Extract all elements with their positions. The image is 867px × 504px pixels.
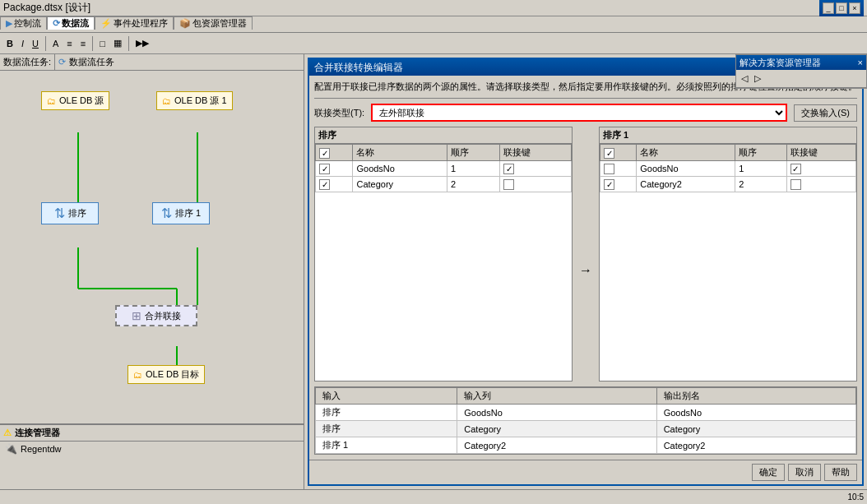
task-section-label: 数据流任务: [0,54,54,70]
input-row3[interactable]: 排序 1 Category2 Category2 [316,437,856,454]
join-type-row: 联接类型(T): 左外部联接 交换输入(S) [314,104,857,122]
sort2-r2-key-cb[interactable] [790,179,801,190]
input-r2-col: Category [457,421,656,437]
align-left-btn[interactable]: ≡ [63,37,75,50]
tab-data-flow[interactable]: ⟳ 数据流 [47,16,95,30]
sort1-header-cb[interactable] [319,148,330,159]
input-r3-input: 排序 1 [316,437,457,454]
minimize-btn[interactable]: _ [823,2,834,14]
sort2-header-cb[interactable] [604,148,614,159]
italic-btn[interactable]: I [18,37,27,50]
dialog-content: 配置用于联接已排序数据的两个源的属性。请选择联接类型，然后指定要用作联接键的列。… [309,76,862,460]
tab-event-handler[interactable]: ⚡ 事件处理程序 [95,16,174,30]
tab-control-flow[interactable]: ▶ 控制流 [0,16,47,30]
input-col-col: 输入列 [457,388,656,405]
node-source1[interactable]: 🗂 OLE DB 源 [41,91,109,110]
sort1-r2-key-cb[interactable] [503,179,514,190]
align-center-btn[interactable]: ≡ [77,37,89,50]
maximize-btn[interactable]: □ [836,2,847,14]
sort1-col-key: 联接键 [500,145,572,161]
task-name-header: ⟳ 数据流任务 [54,54,304,70]
main-titlebar: Package.dtsx [设计] _ □ × [0,0,867,16]
node-sort1[interactable]: ⇅ 排序 [41,202,99,224]
input-r1-alias: GoodsNo [656,405,855,421]
aux-btn1[interactable]: ◁ [738,72,751,86]
bold-btn[interactable]: B [3,37,16,50]
sort1-col-check [316,145,353,161]
aux-close-btn[interactable]: × [858,58,863,67]
sort2-row1[interactable]: GoodsNo 1 [600,161,856,177]
cancel-btn[interactable]: 取消 [788,464,821,481]
sort2-r1-key-cb[interactable] [790,164,801,174]
sort1-row1[interactable]: GoodsNo 1 [316,161,572,177]
sort-table2-container: 排序 1 名称 顺序 联接键 [599,127,857,381]
sort2-row2[interactable]: Category2 2 [600,176,856,192]
window-controls: _ □ × [819,0,864,16]
tab-package-manager[interactable]: 📦 包资源管理器 [174,16,253,30]
join-type-label: 联接类型(T): [314,107,364,119]
grid-btn[interactable]: ▦ [110,36,125,50]
design-canvas[interactable]: 🗂 OLE DB 源 🗂 OLE DB 源 1 [0,71,304,423]
sort2-r1-order: 1 [735,161,786,177]
task-icon: ⟳ [58,57,66,67]
sort2-r2-name: Category2 [637,176,735,192]
join-type-select[interactable]: 左外部联接 [371,104,787,122]
node-dest[interactable]: 🗂 OLE DB 目标 [128,365,205,384]
left-panel: 数据流任务: ⟳ 数据流任务 [0,54,304,489]
sort2-col-key: 联接键 [786,145,855,161]
toolbar-sep3 [128,36,129,51]
aux-titlebar: 解决方案资源管理器 × [736,55,866,70]
sort2-col-name: 名称 [637,145,735,161]
sort1-r1-order: 1 [447,161,500,177]
panel-headers: 数据流任务: ⟳ 数据流任务 [0,54,304,71]
sort1-r2-name: Category [353,176,447,192]
conn-warning-icon: ⚠ [3,428,12,438]
sort2-r2-order: 2 [735,176,786,192]
main-title: Package.dtsx [设计] [3,1,90,15]
conn-manager-header: ⚠ 连接管理器 [0,425,304,442]
input-r3-alias: Category2 [656,437,855,454]
help-btn[interactable]: 帮助 [824,464,857,481]
ok-btn[interactable]: 确定 [752,464,785,481]
toolbar: B I U A ≡ ≡ □ ▦ ▶▶ [0,33,867,54]
text-btn[interactable]: A [49,37,62,50]
sort1-r1-cb[interactable] [319,164,330,174]
join-select-wrapper: 左外部联接 [371,104,787,122]
sort2-r1-cb[interactable] [604,164,614,174]
more-btn[interactable]: ▶▶ [132,36,152,50]
source1-icon: 🗂 [47,96,56,106]
sort1-r2-order: 2 [447,176,500,192]
sort1-row2[interactable]: Category 2 [316,176,572,192]
main-content: 数据流任务: ⟳ 数据流任务 [0,54,867,489]
sort2-col-check [600,145,637,161]
close-btn[interactable]: × [849,2,860,14]
sort-table2-title: 排序 1 [600,127,856,144]
input-r1-input: 排序 [316,405,457,421]
arrow-between-tables: → [576,230,596,278]
input-row1[interactable]: 排序 GoodsNo GoodsNo [316,405,856,421]
tab-bar: ▶ 控制流 ⟳ 数据流 ⚡ 事件处理程序 📦 包资源管理器 [0,16,867,33]
conn-db-icon: 🔌 [5,443,17,455]
node-source2[interactable]: 🗂 OLE DB 源 1 [156,91,233,110]
box-btn[interactable]: □ [96,37,109,50]
sort2-r2-cb[interactable] [604,179,614,190]
sort-table1: 名称 顺序 联接键 GoodsNo [315,144,572,192]
exchange-btn[interactable]: 交换输入(S) [794,104,857,122]
sort2-col-order: 顺序 [735,145,786,161]
node-merge[interactable]: ⊞ 合并联接 [115,305,197,326]
connection-manager: ⚠ 连接管理器 🔌 Regentdw [0,423,304,489]
node-sort2[interactable]: ⇅ 排序 1 [152,202,210,224]
underline-btn[interactable]: U [29,37,42,50]
sort-table2: 名称 顺序 联接键 GoodsNo [600,144,856,192]
sort2-r1-name: GoodsNo [637,161,735,177]
status-bar: 10:5 [0,489,867,504]
input-row2[interactable]: 排序 Category Category [316,421,856,437]
conn-item-regentdw[interactable]: 🔌 Regentdw [0,442,304,456]
input-r1-col: GoodsNo [457,405,656,421]
aux-btn2[interactable]: ▷ [751,72,764,86]
sort2-icon: ⇅ [161,206,172,221]
sort-table1-title: 排序 [315,127,572,144]
sort1-r2-cb[interactable] [319,179,330,190]
input-table-container: 输入 输入列 输出别名 排序 GoodsNo Goods [314,386,857,455]
sort1-r1-key-cb[interactable] [503,164,514,174]
